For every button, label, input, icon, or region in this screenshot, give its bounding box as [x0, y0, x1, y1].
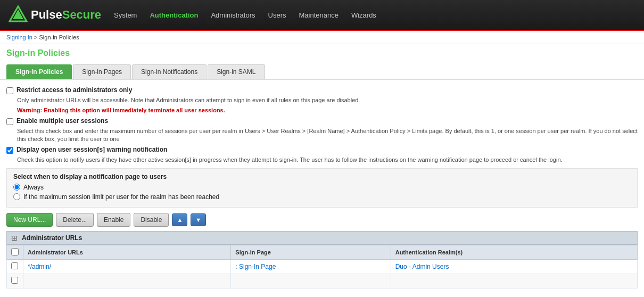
display-warning-label: Display open user session[s] warning not… [16, 146, 167, 153]
tab-bar: Sign-in Policies Sign-in Pages Sign-in N… [0, 60, 644, 80]
display-warning-hint: Check this option to notify users if the… [17, 156, 638, 164]
header: PulseSecure System Authentication Admini… [0, 0, 644, 31]
tab-sign-in-policies[interactable]: Sign-in Policies [6, 64, 72, 79]
admin-col-checkbox [7, 245, 23, 259]
nav-administrators[interactable]: Administrators [211, 9, 255, 21]
table-row: */admin/ : Sign-In Page Duo - Admin User… [7, 259, 638, 274]
admin-table-icon: ⊞ [11, 234, 18, 242]
main-nav: System Authentication Administrators Use… [114, 9, 635, 21]
breadcrumb-current: Sign-in Policies [39, 34, 79, 40]
move-up-button[interactable]: ▲ [172, 213, 187, 226]
radio-max-session[interactable] [13, 193, 20, 200]
radio-always[interactable] [13, 184, 20, 191]
nav-maintenance[interactable]: Maintenance [299, 9, 338, 21]
nav-users[interactable]: Users [268, 9, 286, 21]
enable-multiple-row: Enable multiple user sessions [6, 117, 638, 125]
logo: PulseSecure [9, 5, 101, 24]
delete-button[interactable]: Delete... [56, 213, 94, 227]
page-title: Sign-in Policies [0, 44, 644, 60]
restrict-access-checkbox[interactable] [6, 87, 13, 94]
radio-always-label: Always [23, 184, 44, 191]
admin-row-sign-in-page: : Sign-In Page [231, 259, 391, 274]
tab-sign-in-notifications[interactable]: Sign-in Notifications [132, 64, 207, 79]
admin-check-all[interactable] [11, 248, 19, 255]
new-url-button[interactable]: New URL... [6, 213, 53, 227]
nav-system[interactable]: System [114, 9, 137, 21]
admin-col-auth-realm: Authentication Realm(s) [391, 245, 637, 259]
radio-max-session-label: If the maximum session limit per user fo… [23, 193, 219, 201]
admin-table: Administrator URLs Sign-In Page Authenti… [6, 245, 638, 288]
restrict-access-row: Restrict access to administrators only [6, 86, 638, 94]
admin-row-checkbox [7, 259, 23, 274]
enable-multiple-label: Enable multiple user sessions [16, 117, 108, 125]
admin-empty-cb [7, 274, 23, 288]
breadcrumb: Signing In > Sign-in Policies [0, 31, 644, 44]
admin-empty-check[interactable] [11, 277, 18, 284]
display-warning-row: Display open user session[s] warning not… [6, 146, 638, 154]
admin-table-section: ⊞ Administrator URLs Administrator URLs … [6, 231, 638, 288]
restrict-access-hint: Only administrator URLs will be accessib… [17, 96, 638, 104]
restrict-access-warning: Warning: Enabling this option will immed… [17, 106, 638, 114]
tab-sign-in-pages[interactable]: Sign-in Pages [73, 64, 131, 79]
disable-button[interactable]: Disable [134, 213, 169, 227]
radio-always-row: Always [13, 184, 631, 191]
admin-row-auth-realm: Duo - Admin Users [391, 259, 637, 274]
notification-section: Select when to display a notification pa… [6, 168, 638, 208]
content-area: Restrict access to administrators only O… [0, 80, 644, 297]
admin-row-check[interactable] [11, 262, 18, 269]
admin-auth-realm-link[interactable]: Duo - Admin Users [395, 263, 449, 270]
admin-table-column-headers: Administrator URLs Sign-In Page Authenti… [7, 245, 638, 259]
tab-sign-in-saml[interactable]: Sign-in SAML [208, 64, 265, 79]
table-row [7, 274, 638, 288]
enable-multiple-checkbox[interactable] [6, 118, 13, 125]
admin-table-header-row: ⊞ Administrator URLs [6, 231, 638, 245]
enable-button[interactable]: Enable [97, 213, 130, 227]
radio-max-session-row: If the maximum session limit per user fo… [13, 193, 631, 201]
display-warning-checkbox[interactable] [6, 147, 13, 154]
admin-empty-sign-in [231, 274, 391, 288]
admin-empty-url [23, 274, 231, 288]
breadcrumb-signing-in[interactable]: Signing In [6, 34, 32, 40]
admin-sign-in-page-link[interactable]: : Sign-In Page [235, 263, 276, 270]
move-down-button[interactable]: ▼ [191, 213, 206, 226]
logo-pulse: Pulse [31, 8, 62, 21]
restrict-access-label: Restrict access to administrators only [16, 86, 132, 94]
table-separator [6, 295, 638, 297]
warning-text: Warning: Enabling this option will immed… [17, 107, 225, 113]
admin-row-url: */admin/ [23, 259, 231, 274]
admin-table-title: Administrator URLs [22, 234, 82, 242]
logo-secure: Secure [62, 8, 101, 21]
admin-col-sign-in-page: Sign-In Page [231, 245, 391, 259]
admin-col-url: Administrator URLs [23, 245, 231, 259]
logo-text: PulseSecure [31, 8, 101, 22]
notification-title: Select when to display a notification pa… [13, 173, 631, 180]
action-bar: New URL... Delete... Enable Disable ▲ ▼ [6, 213, 638, 227]
logo-icon [9, 5, 28, 24]
nav-authentication[interactable]: Authentication [150, 9, 198, 21]
admin-url-link[interactable]: */admin/ [28, 263, 51, 270]
nav-wizards[interactable]: Wizards [351, 9, 376, 21]
admin-empty-realm [391, 274, 637, 288]
enable-multiple-hint: Select this check box and enter the maxi… [17, 127, 638, 144]
